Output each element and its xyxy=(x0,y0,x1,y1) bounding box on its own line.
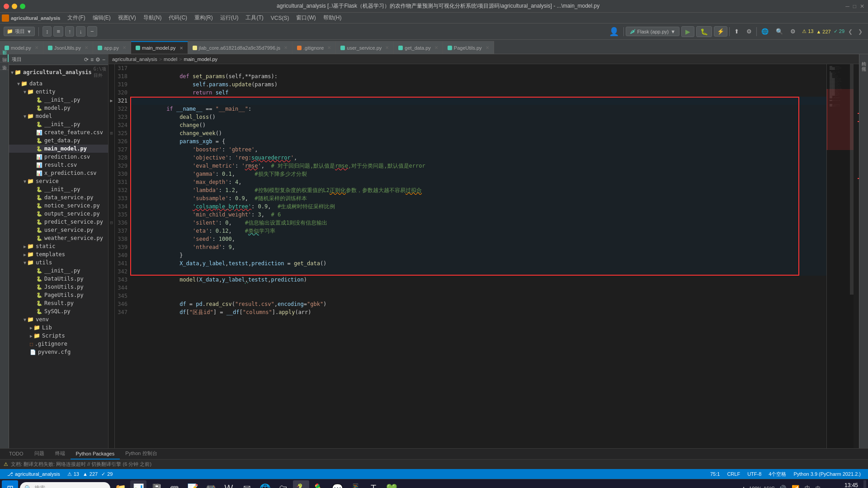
menu-refactor[interactable]: 重构(R) xyxy=(191,13,217,23)
project-toolbar-btn[interactable]: 📁项目▼ xyxy=(4,27,35,36)
tab-close-app[interactable]: ✕ xyxy=(123,45,126,50)
error-count[interactable]: ⚠ 13 xyxy=(802,28,813,34)
tab-close-jsonutils[interactable]: ✕ xyxy=(85,45,88,50)
tree-root[interactable]: ▼ 📁 agricultural_analysis G:\项目外 xyxy=(9,65,108,80)
tab-close-main-model[interactable]: ✕ xyxy=(179,46,183,51)
menu-code[interactable]: 代码(C) xyxy=(165,13,191,23)
title-max[interactable]: □ xyxy=(853,3,856,9)
git-settings[interactable]: ⚙ xyxy=(744,27,755,36)
tab-main-model[interactable]: main_model.py ✕ xyxy=(131,41,188,54)
tree-file-get-data[interactable]: 🐍 get_data.py xyxy=(9,136,108,145)
tree-file-sysql[interactable]: 🐍 SySQL.py xyxy=(9,307,108,315)
title-min[interactable]: ─ xyxy=(845,3,849,9)
toolbar-btn-1[interactable]: ↕ xyxy=(42,26,52,37)
taskbar-onenote[interactable]: 📓 xyxy=(148,480,165,488)
menu-window[interactable]: 窗口(W) xyxy=(292,13,319,23)
taskbar-wps[interactable]: W xyxy=(221,480,237,488)
tree-file-create-feature[interactable]: 📊 create_feature.csv xyxy=(9,128,108,136)
git-branch-icon[interactable]: ⎇ agricultural_analysis xyxy=(4,469,64,479)
tree-file-result[interactable]: 🐍 Result.py xyxy=(9,299,108,307)
settings-btn[interactable]: ⚙ xyxy=(788,27,798,36)
taskbar-edge[interactable]: 🌐 xyxy=(257,480,273,488)
panel-tab-console[interactable]: Python 控制台 xyxy=(120,449,162,460)
tree-file-jsonutils[interactable]: 🐍 JsonUtils.py xyxy=(9,283,108,291)
taskbar-excel[interactable]: 📊 xyxy=(130,480,146,488)
tree-folder-scripts[interactable]: ▶ 📁 Scripts xyxy=(9,332,108,340)
git-update[interactable]: ⬆ xyxy=(731,27,742,36)
right-tab-2[interactable]: 属性 xyxy=(860,61,868,65)
charset[interactable]: UTF-8 xyxy=(744,471,765,477)
sidebar-close-icon[interactable]: − xyxy=(102,56,105,63)
tree-file-user-service[interactable]: 🐍 user_service.py xyxy=(9,226,108,234)
systray-lang[interactable]: 中 xyxy=(803,483,812,488)
info-count[interactable]: ✓ 29 xyxy=(834,28,844,34)
tree-file-prediction-csv[interactable]: 📊 prediction.csv xyxy=(9,153,108,161)
taskbar-access[interactable]: 🗃 xyxy=(166,480,183,488)
sidebar-sync-icon[interactable]: ⟳ xyxy=(84,56,89,63)
clock-display[interactable]: 13:45 2024/1/12 周五 xyxy=(824,481,862,488)
tab-close-user-service[interactable]: ✕ xyxy=(385,45,389,50)
start-button[interactable]: ⊞ xyxy=(2,480,18,488)
tree-file-predict-service[interactable]: 🐍 predict_service.py xyxy=(9,218,108,226)
breadcrumb-model[interactable]: model xyxy=(164,56,177,62)
menu-help[interactable]: 帮助(H) xyxy=(320,13,345,23)
systray-network[interactable]: 📶 xyxy=(790,484,801,488)
sidebar-collapse-icon[interactable]: ≡ xyxy=(90,56,94,63)
taskbar-file-explorer[interactable]: 📁 xyxy=(112,480,128,488)
line-ending[interactable]: CRLF xyxy=(723,471,744,477)
toolbar-btn-3[interactable]: ↑ xyxy=(65,26,75,37)
taskbar-unity[interactable]: 🎮 xyxy=(203,480,219,488)
maximize-button[interactable] xyxy=(20,4,25,9)
tab-user-service[interactable]: user_service.py ✕ xyxy=(336,41,394,54)
tree-folder-static[interactable]: ▶ 📁 static xyxy=(9,242,108,250)
tab-jlab[interactable]: jlab_core.a61821d8a2a9c35d7996.js ✕ xyxy=(188,41,292,54)
taskbar-wechat[interactable]: 💚 xyxy=(383,480,400,488)
taskbar-app3[interactable]: 📱 xyxy=(347,480,363,488)
tab-get-data[interactable]: get_data.py ✕ xyxy=(394,41,443,54)
breadcrumb-project[interactable]: agricultural_analysis xyxy=(112,56,157,62)
tree-file-notice-service[interactable]: 🐍 notice_service.py xyxy=(9,202,108,210)
tree-file-weather-service[interactable]: 🐍 weather_service.py xyxy=(9,234,108,242)
systray-apps[interactable]: ∧ xyxy=(740,484,747,488)
taskbar-chat[interactable]: 💬 xyxy=(329,480,345,488)
menu-tools[interactable]: 工具(T) xyxy=(242,13,267,23)
tree-file-output-service[interactable]: 🐍 output_service.py xyxy=(9,210,108,218)
tab-gitignore[interactable]: .gitignore ✕ xyxy=(292,41,336,54)
minimap-scrollbar[interactable] xyxy=(850,64,854,295)
profile-button[interactable]: ⚡ xyxy=(714,26,727,37)
tree-file-result-csv[interactable]: 📊 result.csv xyxy=(9,161,108,169)
tree-folder-venv[interactable]: ▼ 📁 venv xyxy=(9,315,108,324)
run-button[interactable]: ▶ xyxy=(681,26,694,37)
systray-sound[interactable]: 🔊 xyxy=(777,484,788,488)
tab-close-pageutils[interactable]: ✕ xyxy=(486,45,489,50)
translate-btn[interactable]: 🌐 xyxy=(759,27,771,36)
systray-ime[interactable]: 中 xyxy=(814,484,822,488)
tree-file-init2[interactable]: 🐍 __init__.py xyxy=(9,120,108,128)
show-desktop-btn[interactable] xyxy=(863,480,866,488)
menu-vcs[interactable]: VCS(S) xyxy=(267,14,293,22)
tab-model-py[interactable]: model.py ✕ xyxy=(0,41,43,54)
tab-close-get-data[interactable]: ✕ xyxy=(434,45,438,50)
taskbar-app2[interactable]: 🦜 xyxy=(311,480,327,488)
taskbar-qqmail[interactable]: ✉ xyxy=(239,480,255,488)
toolbar-scroll-left[interactable]: ❮ xyxy=(846,28,854,36)
indent-setting[interactable]: 4个空格 xyxy=(765,471,790,478)
taskbar-pycharm[interactable]: 🐍 xyxy=(293,480,309,488)
panel-tab-packages[interactable]: Python Packages xyxy=(71,449,120,460)
close-button[interactable] xyxy=(4,4,9,9)
flask-run-config[interactable]: 🌶 Flask (app.py) ▼ xyxy=(626,27,680,36)
tree-file-init3[interactable]: 🐍 __init__.py xyxy=(9,185,108,193)
menu-file[interactable]: 文件(F) xyxy=(64,13,89,23)
panel-tab-todo[interactable]: TODO xyxy=(4,449,29,460)
tree-file-datautils[interactable]: 🐍 DataUtils.py xyxy=(9,275,108,283)
tree-file-pageutils[interactable]: 🐍 PageUtils.py xyxy=(9,291,108,299)
tab-close-model[interactable]: ✕ xyxy=(35,45,38,50)
title-close[interactable]: ✕ xyxy=(860,3,864,9)
taskbar-typora[interactable]: T xyxy=(365,480,382,488)
menu-navigate[interactable]: 导航(N) xyxy=(140,13,165,23)
tab-app-py[interactable]: app.py ✕ xyxy=(93,41,131,54)
toolbar-btn-4[interactable]: ↓ xyxy=(76,26,85,37)
user-icon[interactable]: 👤 xyxy=(606,26,622,38)
toolbar-btn-5[interactable]: − xyxy=(87,26,97,37)
tree-file-gitignore[interactable]: ⬚ .gitignore xyxy=(9,340,108,348)
